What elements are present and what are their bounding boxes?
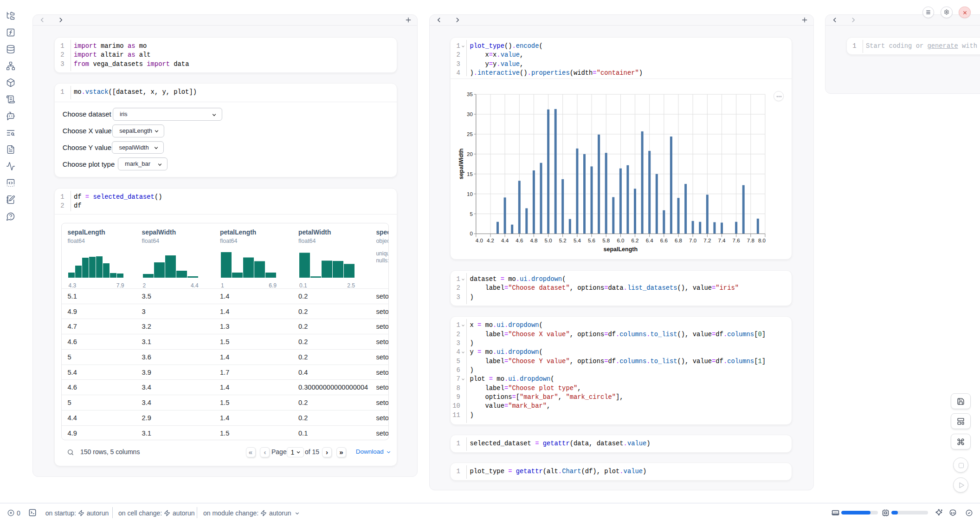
svg-text:30: 30 [467, 111, 473, 117]
svg-text:35: 35 [467, 91, 473, 97]
svg-text:7.0: 7.0 [689, 237, 696, 243]
svg-text:5.0: 5.0 [545, 237, 552, 243]
svg-text:sepalWidth: sepalWidth [458, 148, 464, 179]
svg-text:5.4: 5.4 [574, 237, 581, 243]
svg-text:25: 25 [467, 131, 473, 137]
svg-text:10: 10 [467, 191, 473, 196]
svg-text:sepalLength: sepalLength [604, 246, 638, 253]
svg-text:7.2: 7.2 [704, 237, 711, 243]
svg-text:5: 5 [470, 211, 473, 216]
svg-text:5.2: 5.2 [559, 237, 567, 243]
svg-text:6.0: 6.0 [617, 237, 625, 243]
svg-text:4.8: 4.8 [530, 237, 538, 243]
svg-text:7.6: 7.6 [733, 237, 740, 243]
svg-text:7.4: 7.4 [718, 237, 726, 243]
svg-text:5.6: 5.6 [588, 237, 595, 243]
svg-text:4.6: 4.6 [516, 237, 523, 243]
svg-text:6.2: 6.2 [632, 237, 639, 243]
svg-text:7.8: 7.8 [747, 237, 754, 243]
svg-text:4.2: 4.2 [487, 237, 494, 243]
svg-text:6.4: 6.4 [646, 237, 654, 243]
svg-text:4.0: 4.0 [476, 237, 483, 243]
svg-text:0: 0 [470, 231, 473, 236]
svg-text:4.4: 4.4 [501, 237, 509, 243]
svg-text:6.8: 6.8 [675, 237, 682, 243]
svg-text:8.0: 8.0 [758, 237, 766, 243]
svg-text:6.6: 6.6 [660, 237, 668, 243]
svg-text:20: 20 [467, 151, 473, 156]
svg-text:5.8: 5.8 [603, 237, 610, 243]
svg-text:15: 15 [467, 171, 473, 176]
